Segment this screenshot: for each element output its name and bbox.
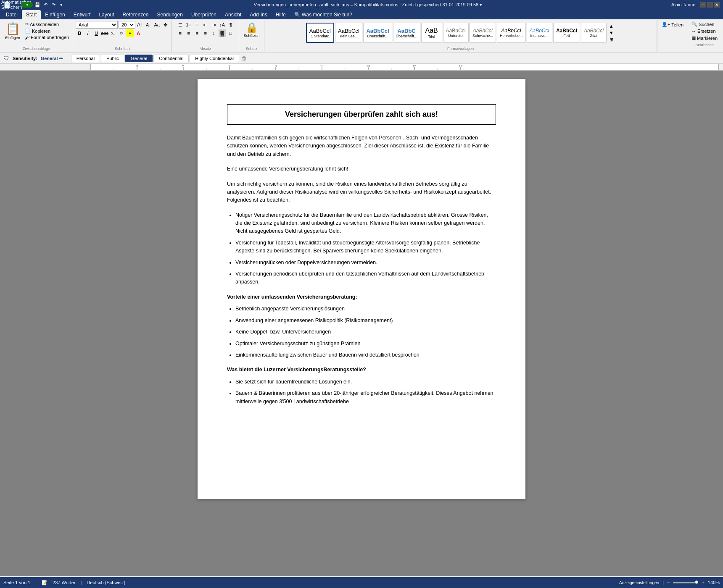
suchen-icon: 🔍: [691, 21, 697, 27]
tab-layout[interactable]: Layout: [95, 10, 118, 19]
vbs-link: VersicherungsBeratungsstelle: [287, 367, 363, 373]
tab-ansicht[interactable]: Ansicht: [221, 10, 245, 19]
close-btn[interactable]: ✕: [714, 2, 720, 8]
style-ueberschrift1[interactable]: AaBbCcI Überschrift...: [363, 23, 392, 43]
strikethrough-btn[interactable]: abc: [101, 29, 108, 37]
style-fett[interactable]: AaBbCcI Fett: [553, 23, 580, 43]
tab-start[interactable]: Start: [22, 10, 41, 19]
sens-tab-confidential[interactable]: Confidential: [153, 55, 189, 62]
autosave-toggle[interactable]: ●: [21, 2, 33, 8]
schriftart-content: Arial 20 A↑ A↓ Aa ✥ B I U abc x₂ x² A A: [76, 21, 169, 46]
minimize-btn[interactable]: −: [700, 2, 706, 8]
save-btn[interactable]: 💾: [34, 1, 41, 8]
font-name-select[interactable]: Arial: [76, 21, 118, 29]
justify-btn[interactable]: ≡: [202, 29, 209, 37]
style-kein-leerzeichen[interactable]: AaBbCcI Kein Lee...: [335, 23, 362, 43]
tab-einfuegen[interactable]: Einfügen: [41, 10, 69, 19]
tab-referenzen[interactable]: Referenzen: [118, 10, 153, 19]
list-multi-btn[interactable]: ≡: [193, 21, 201, 29]
teilen-btn[interactable]: 👤+ Teilen: [660, 21, 685, 28]
list-bullets-btn[interactable]: ☰: [177, 21, 184, 29]
anzeige-btn[interactable]: Anzeigeeinstellungen: [619, 580, 659, 585]
style-ueberschrift2[interactable]: AaBbC Überschrift...: [393, 23, 420, 43]
ruler-inner: 1 3 5 7 9 11 13 15: [90, 64, 719, 70]
zoom-handle[interactable]: [695, 580, 698, 584]
tab-search[interactable]: 🔍 Was möchten Sie tun?: [290, 10, 356, 19]
svg-text:5: 5: [182, 64, 185, 68]
highlight-btn[interactable]: A: [126, 29, 134, 37]
ersetzen-btn[interactable]: ↔ Ersetzen: [690, 28, 717, 34]
sensitivity-delete-btn[interactable]: 🗑: [240, 55, 248, 62]
font-color-btn[interactable]: A: [135, 29, 142, 37]
maximize-btn[interactable]: □: [707, 2, 713, 8]
zoom-in-btn[interactable]: +: [702, 580, 704, 585]
sens-tab-personal[interactable]: Personal: [71, 55, 100, 62]
shading-btn[interactable]: ▓: [219, 29, 226, 37]
style-zitat[interactable]: AaBbCcI Zitat: [581, 23, 607, 43]
style-untertitel[interactable]: AaBbCcI Untertitel: [443, 23, 469, 43]
tab-datei[interactable]: Datei: [2, 10, 22, 19]
sens-tab-highly-confidential[interactable]: Highly Confidential: [190, 55, 239, 62]
bold-btn[interactable]: B: [76, 29, 83, 37]
ersetzen-icon: ↔: [691, 29, 696, 34]
change-case-btn[interactable]: Aa: [153, 21, 161, 29]
sens-tab-general[interactable]: General: [125, 55, 153, 62]
styles-scroll-up[interactable]: ▲: [607, 23, 615, 29]
para-marks-btn[interactable]: ¶: [227, 21, 235, 29]
styles-more[interactable]: ⊞: [607, 36, 615, 43]
copy-btn[interactable]: 📄 Kopieren: [24, 28, 70, 34]
align-left-btn[interactable]: ≡: [177, 29, 184, 37]
document-area: Versicherungen überprüfen zahlt sich aus…: [0, 71, 723, 576]
decrease-size-btn[interactable]: A↓: [145, 21, 152, 29]
protect-btn[interactable]: 🔒 Schützen: [242, 21, 261, 39]
sens-tab-public[interactable]: Public: [101, 55, 124, 62]
align-right-btn[interactable]: ≡: [193, 29, 201, 37]
italic-btn[interactable]: I: [84, 29, 92, 37]
style-standard-label: 1 Standard: [311, 34, 329, 38]
zoom-slider[interactable]: [673, 582, 698, 583]
tab-ueberprufen[interactable]: Überprüfen: [187, 10, 221, 19]
style-hervorhebung[interactable]: AaBbCcI Hervorhebe...: [497, 23, 526, 43]
tab-entwurf[interactable]: Entwurf: [69, 10, 95, 19]
undo-btn[interactable]: ↶: [42, 1, 49, 8]
line-spacing-btn[interactable]: ↕: [210, 29, 218, 37]
tab-hilfe[interactable]: Hilfe: [272, 10, 290, 19]
tab-sendungen[interactable]: Sendungen: [153, 10, 187, 19]
align-center-btn[interactable]: ≡: [185, 29, 193, 37]
indent-increase-btn[interactable]: ⇥: [210, 21, 218, 29]
paste-btn[interactable]: 📋 Einfügen: [3, 21, 23, 41]
font-size-select[interactable]: 20: [119, 21, 135, 29]
redo-btn[interactable]: ↷: [50, 1, 57, 8]
cut-btn[interactable]: ✂ Ausschneiden: [24, 21, 70, 27]
superscript-btn[interactable]: x²: [118, 29, 125, 37]
style-u1-sample: AaBbCcI: [366, 28, 389, 34]
zoom-out-btn[interactable]: −: [667, 580, 670, 585]
style-intensiv[interactable]: AaBbCcI Intensive...: [527, 23, 552, 43]
underline-btn[interactable]: U: [92, 29, 100, 37]
list-item: Anwendung einer angemessenen Risikopolit…: [235, 317, 496, 325]
list-numbers-btn[interactable]: 1≡: [185, 21, 193, 29]
suchen-btn[interactable]: 🔍 Suchen: [690, 21, 715, 27]
style-standard-sample: AaBbCcI: [309, 28, 331, 34]
tab-addins[interactable]: Add-Ins: [245, 10, 271, 19]
markieren-btn[interactable]: ▦ Markieren: [690, 35, 719, 41]
format-copy-btn[interactable]: 🖌 Format übertragen: [24, 34, 70, 40]
list-item: Keine Doppel- bzw. Unterversicherungen: [235, 328, 496, 336]
style-schwach[interactable]: AaBbCcI Schwache...: [470, 23, 496, 43]
more-btn[interactable]: ▾: [58, 1, 65, 8]
clear-format-btn[interactable]: ✥: [161, 21, 169, 29]
list-item: Betrieblich angepasste Versicherungslösu…: [235, 305, 496, 313]
increase-size-btn[interactable]: A↑: [136, 21, 144, 29]
sort-btn[interactable]: ↕A: [219, 21, 226, 29]
indent-decrease-btn[interactable]: ⇤: [202, 21, 209, 29]
style-titel[interactable]: AaB Titel: [421, 23, 442, 43]
schuetzen-label: Schutz: [242, 46, 261, 51]
style-titel-sample: AaB: [425, 27, 438, 34]
style-standard[interactable]: AaBbCcI 1 Standard: [306, 23, 334, 43]
dropdown-btn[interactable]: ▾: [480, 2, 482, 7]
subscript-btn[interactable]: x₂: [109, 29, 117, 37]
border-btn[interactable]: □: [227, 29, 235, 37]
font-row1: Arial 20 A↑ A↓ Aa ✥: [76, 21, 169, 29]
styles-scroll-down[interactable]: ▼: [607, 29, 615, 36]
sensitivity-edit-icon[interactable]: ✏: [59, 56, 63, 61]
